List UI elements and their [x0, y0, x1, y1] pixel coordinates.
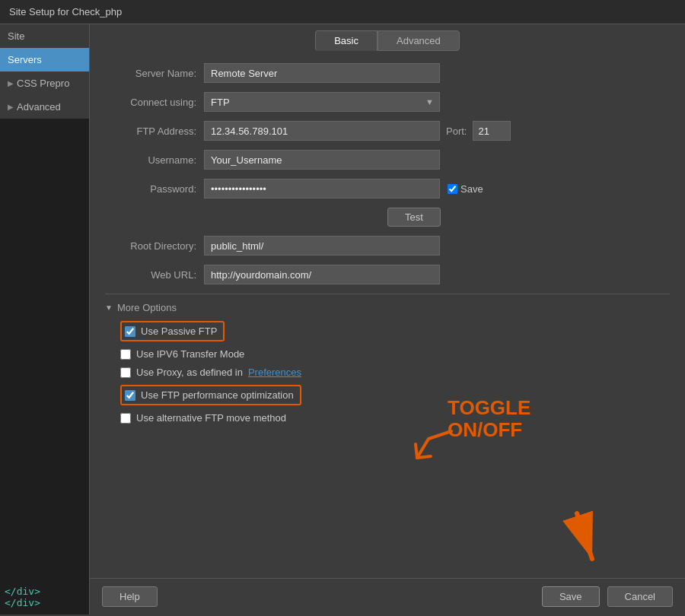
- form-area: Server Name: Connect using: FTP SFTP Loc…: [90, 51, 685, 578]
- code-line-1: </div>: [5, 586, 84, 597]
- save-arrow-annotation: [554, 510, 615, 573]
- sidebar-label-servers: Servers: [8, 54, 42, 65]
- web-url-row: Web URL:: [105, 265, 670, 284]
- proxy-label: Use Proxy, as defined in: [136, 367, 243, 378]
- password-label: Password:: [105, 183, 204, 195]
- connect-using-select[interactable]: FTP SFTP Local/Network WebDAV: [204, 92, 440, 112]
- test-button-row: Test: [158, 208, 670, 227]
- content-area: Basic Advanced Server Name: Connect usin…: [90, 24, 685, 614]
- connect-using-row: Connect using: FTP SFTP Local/Network We…: [105, 92, 670, 112]
- alt-move-label: Use alternative FTP move method: [136, 412, 286, 424]
- help-button[interactable]: Help: [102, 586, 158, 607]
- bottom-bar: Help Save Cancel: [90, 578, 685, 614]
- more-options-label: More Options: [117, 302, 177, 313]
- passive-ftp-label: Use Passive FTP: [141, 325, 217, 337]
- tab-advanced[interactable]: Advanced: [378, 30, 460, 51]
- tab-bar: Basic Advanced: [90, 24, 685, 51]
- root-dir-label: Root Directory:: [105, 240, 204, 252]
- username-row: Username:: [105, 150, 670, 170]
- test-button[interactable]: Test: [387, 208, 441, 227]
- proxy-checkbox[interactable]: [120, 367, 131, 378]
- title-bar: Site Setup for Check_php: [0, 0, 685, 24]
- alt-move-checkbox[interactable]: [120, 413, 131, 424]
- passive-ftp-highlight: Use Passive FTP: [120, 321, 225, 341]
- tab-basic[interactable]: Basic: [315, 30, 378, 51]
- server-name-row: Server Name:: [105, 63, 670, 83]
- more-options-chevron: ▼: [105, 303, 113, 312]
- root-dir-row: Root Directory:: [105, 236, 670, 256]
- port-input[interactable]: [473, 121, 511, 141]
- username-label: Username:: [105, 154, 204, 166]
- more-options-header[interactable]: ▼ More Options: [105, 302, 670, 313]
- code-line-2: </div>: [5, 597, 84, 608]
- username-input[interactable]: [204, 150, 440, 170]
- connect-using-label: Connect using:: [105, 97, 204, 108]
- passive-ftp-row: Use Passive FTP: [120, 321, 670, 341]
- sidebar-label-site: Site: [8, 30, 24, 42]
- svg-line-1: [577, 513, 592, 559]
- password-group: Save: [204, 179, 483, 198]
- arrow-icon-css: ▶: [8, 79, 14, 87]
- save-password-label[interactable]: Save: [448, 183, 483, 195]
- sidebar: Site Servers ▶ CSS Prepro ▶ Advanced </d…: [0, 24, 90, 614]
- connect-using-dropdown-wrapper: FTP SFTP Local/Network WebDAV ▼: [204, 92, 440, 112]
- web-url-input[interactable]: [204, 265, 440, 284]
- proxy-row: Use Proxy, as defined in Preferences: [120, 367, 670, 378]
- code-editor-preview: </div> </div>: [0, 119, 89, 614]
- sidebar-item-site[interactable]: Site: [0, 24, 89, 48]
- password-row: Password: Save: [105, 179, 670, 198]
- ftp-address-label: FTP Address:: [105, 125, 204, 137]
- ftp-perf-checkbox[interactable]: [125, 390, 135, 401]
- bottom-right-buttons: Save Cancel: [542, 586, 673, 607]
- save-button[interactable]: Save: [542, 586, 600, 607]
- ipv6-checkbox[interactable]: [120, 349, 131, 360]
- passive-ftp-checkbox[interactable]: [125, 326, 135, 337]
- web-url-label: Web URL:: [105, 269, 204, 281]
- ipv6-row: Use IPV6 Transfer Mode: [120, 348, 670, 360]
- cancel-button[interactable]: Cancel: [607, 586, 673, 607]
- ftp-address-input[interactable]: [204, 121, 440, 141]
- ftp-port-group: Port:: [204, 121, 511, 141]
- ftp-perf-row: Use FTP performance optimization: [120, 385, 670, 405]
- password-input[interactable]: [204, 179, 440, 198]
- port-label: Port:: [446, 125, 467, 137]
- server-name-input[interactable]: [204, 63, 440, 83]
- sidebar-item-servers[interactable]: Servers: [0, 48, 89, 71]
- sidebar-item-css[interactable]: ▶ CSS Prepro: [0, 71, 89, 95]
- ipv6-label: Use IPV6 Transfer Mode: [136, 348, 244, 360]
- sidebar-item-advanced[interactable]: ▶ Advanced: [0, 95, 89, 119]
- ftp-perf-label: Use FTP performance optimization: [141, 389, 294, 401]
- arrow-icon-advanced: ▶: [8, 103, 14, 111]
- ftp-address-row: FTP Address: Port:: [105, 121, 670, 141]
- server-name-label: Server Name:: [105, 68, 204, 79]
- sidebar-label-css: CSS Prepro: [17, 78, 69, 89]
- divider: [105, 294, 670, 294]
- sidebar-label-advanced: Advanced: [17, 101, 61, 113]
- ftp-perf-highlight: Use FTP performance optimization: [120, 385, 301, 405]
- root-dir-input[interactable]: [204, 236, 440, 256]
- save-password-checkbox[interactable]: [448, 184, 457, 194]
- down-arrow-icon: [554, 510, 615, 570]
- preferences-link[interactable]: Preferences: [248, 367, 301, 378]
- alt-move-row: Use alternative FTP move method: [120, 412, 670, 424]
